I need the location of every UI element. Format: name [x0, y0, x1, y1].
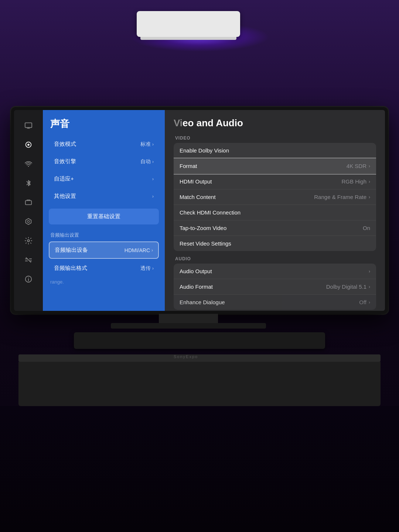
settings-row-hdmi-output[interactable]: HDMI Output RGB High ›	[174, 174, 376, 189]
settings-row-audio-format[interactable]: Audio Format Dolby Digital 5.1 ›	[174, 279, 376, 295]
panel-title: 声音	[49, 117, 159, 130]
svg-rect-0	[25, 123, 32, 128]
menu-item-other-settings[interactable]: 其他设置 ›	[49, 188, 159, 204]
tv-bezel: 声音 音效模式 标准 › 音效引擎 自动 › 自适应+ ›	[11, 107, 388, 314]
floor-area	[0, 406, 399, 532]
match-content-value: Range & Frame Rate ›	[314, 194, 370, 200]
audio-settings-group: Audio Output › Audio Format Dolby Digita…	[174, 264, 376, 310]
sidebar-icon-input[interactable]	[20, 194, 37, 210]
audio-output-format-value: 透传 ›	[140, 265, 154, 272]
tv-screen: 声音 音效模式 标准 › 音效引擎 自动 › 自适应+ ›	[14, 110, 385, 311]
tap-zoom-label: Tap-to-Zoom Video	[180, 225, 226, 231]
match-content-chevron-icon: ›	[369, 195, 370, 200]
sony-logo: SonyExpo	[174, 354, 198, 359]
menu-label-other-settings: 其他设置	[54, 193, 76, 200]
sidebar	[14, 110, 43, 311]
svg-marker-7	[26, 219, 31, 225]
enhance-dialogue-label: Enhance Dialogue	[180, 299, 225, 305]
video-settings-group: Enable Dolby Vision Format 4K SDR › HDMI…	[174, 143, 376, 251]
sidebar-icon-ai[interactable]	[20, 213, 37, 230]
audio-output-device-value: HDMI/ARC ›	[125, 247, 153, 253]
sidebar-icon-display[interactable]	[20, 117, 37, 134]
match-content-label: Match Content	[180, 194, 216, 200]
format-chevron-icon: ›	[369, 164, 370, 169]
svg-point-5	[28, 166, 29, 167]
settings-row-check-hdmi[interactable]: Check HDMI Connection	[174, 205, 376, 220]
furniture-area	[0, 321, 399, 413]
svg-rect-6	[25, 200, 32, 205]
hdmi-output-label: HDMI Output	[180, 178, 212, 185]
dolby-vision-label: Enable Dolby Vision	[180, 147, 229, 154]
hdmi-output-chevron-icon: ›	[369, 179, 370, 184]
audio-output-device-label: 音频输出设备	[55, 247, 88, 254]
ac-unit	[137, 11, 240, 37]
settings-row-dolby-vision[interactable]: Enable Dolby Vision	[174, 143, 376, 158]
partial-text: range.	[49, 279, 159, 285]
page-title: Vieo and Audio	[174, 117, 376, 129]
right-panel: Vieo and Audio VIDEO Enable Dolby Vision…	[165, 110, 385, 311]
format-value: 4K SDR ›	[347, 163, 370, 169]
settings-row-enhance-dialogue[interactable]: Enhance Dialogue Off ›	[174, 295, 376, 310]
sidebar-icon-bluetooth[interactable]	[20, 175, 37, 191]
settings-row-audio-output[interactable]: Audio Output ›	[174, 264, 376, 279]
audio-output-label: Audio Output	[180, 268, 212, 274]
audio-output-format-label: 音频输出格式	[54, 265, 87, 272]
sidebar-icon-settings[interactable]	[20, 233, 37, 249]
menu-item-adaptive[interactable]: 自适应+ ›	[49, 171, 159, 187]
svg-point-9	[27, 240, 30, 242]
settings-row-reset-video[interactable]: Reset Video Settings	[174, 236, 376, 251]
settings-row-match-content[interactable]: Match Content Range & Frame Rate ›	[174, 189, 376, 205]
enhance-dialogue-value: Off ›	[359, 299, 370, 305]
svg-point-8	[27, 220, 30, 223]
reset-video-label: Reset Video Settings	[180, 240, 231, 247]
menu-item-sound-engine[interactable]: 音效引擎 自动 ›	[49, 154, 159, 169]
page-title-prefix: Vi	[174, 117, 183, 128]
menu-item-sound-mode[interactable]: 音效模式 标准 ›	[49, 136, 159, 152]
menu-label-sound-mode: 音效模式	[54, 141, 76, 148]
audio-output-section-label: 音频输出设置	[49, 230, 159, 241]
hdmi-output-value: RGB High ›	[341, 178, 370, 185]
chevron-icon-audio-output-format: ›	[152, 266, 154, 271]
chevron-icon-sound-engine: ›	[152, 159, 154, 164]
audio-format-value: Dolby Digital 5.1 ›	[326, 284, 370, 290]
chevron-icon-audio-output-device: ›	[151, 248, 153, 253]
menu-label-sound-engine: 音效引擎	[54, 158, 76, 165]
svg-point-17	[28, 277, 29, 278]
menu-label-adaptive: 自适应+	[54, 175, 74, 182]
menu-value-adaptive: ›	[152, 176, 154, 182]
svg-line-10	[26, 258, 31, 262]
soundbar	[74, 332, 325, 349]
stand-surface	[18, 354, 381, 362]
menu-value-sound-mode: 标准 ›	[140, 141, 154, 148]
audio-output-device-item[interactable]: 音频输出设备 HDMI/ARC ›	[49, 241, 159, 259]
menu-value-other-settings: ›	[152, 194, 154, 199]
audio-output-chevron-icon: ›	[369, 269, 370, 274]
enhance-dialogue-chevron-icon: ›	[369, 300, 370, 305]
settings-row-format[interactable]: Format 4K SDR ›	[174, 158, 376, 174]
audio-output-format-item[interactable]: 音频输出格式 透传 ›	[49, 260, 159, 276]
chevron-icon-sound-mode: ›	[152, 142, 154, 147]
sidebar-icon-info[interactable]	[20, 271, 37, 287]
sidebar-icon-wifi[interactable]	[20, 156, 37, 172]
audio-section-header: AUDIO	[175, 256, 376, 261]
left-panel: 声音 音效模式 标准 › 音效引擎 自动 › 自适应+ ›	[43, 110, 165, 311]
tap-zoom-value: On	[363, 225, 370, 231]
audio-format-chevron-icon: ›	[369, 284, 370, 289]
check-hdmi-label: Check HDMI Connection	[180, 209, 241, 216]
chevron-icon-other-settings: ›	[152, 194, 154, 199]
stand-legs	[18, 362, 381, 406]
format-label: Format	[180, 163, 197, 169]
sidebar-icon-restrictions[interactable]	[20, 252, 37, 268]
video-section-header: VIDEO	[175, 135, 376, 141]
sidebar-icon-audio[interactable]	[20, 137, 37, 153]
svg-point-4	[27, 144, 30, 146]
reset-button[interactable]: 重置基础设置	[49, 209, 159, 224]
chevron-icon-adaptive: ›	[152, 176, 154, 182]
audio-format-label: Audio Format	[180, 284, 213, 290]
settings-row-tap-zoom[interactable]: Tap-to-Zoom Video On	[174, 220, 376, 236]
menu-value-sound-engine: 自动 ›	[140, 158, 154, 165]
audio-output-value: ›	[369, 269, 370, 274]
